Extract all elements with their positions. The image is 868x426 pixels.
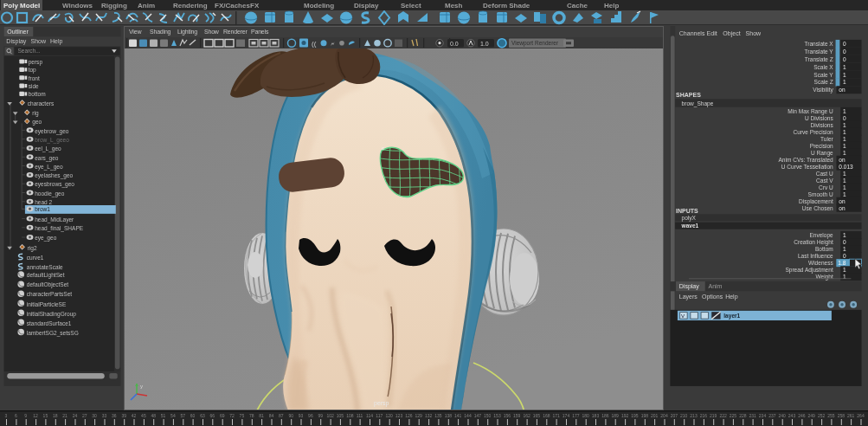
- svg-text:Translate Z: Translate Z: [805, 56, 833, 62]
- svg-text:33: 33: [102, 413, 107, 418]
- svg-text:Displacement: Displacement: [799, 198, 833, 205]
- svg-text:Scale Z: Scale Z: [814, 79, 833, 85]
- svg-text:147: 147: [474, 413, 482, 418]
- svg-text:69: 69: [220, 413, 225, 418]
- svg-text:15: 15: [43, 413, 48, 418]
- svg-text:165: 165: [533, 413, 541, 418]
- svg-text:186: 186: [601, 413, 609, 418]
- svg-text:63: 63: [200, 413, 205, 418]
- svg-text:87: 87: [279, 413, 284, 418]
- svg-text:102: 102: [326, 413, 334, 418]
- svg-text:198: 198: [641, 413, 649, 418]
- svg-text:Object: Object: [723, 30, 740, 37]
- svg-text:c: c: [382, 145, 384, 151]
- svg-text:Outliner: Outliner: [7, 29, 29, 35]
- svg-text:237: 237: [768, 413, 776, 418]
- svg-text:234: 234: [759, 413, 767, 418]
- svg-text:Divisions: Divisions: [811, 122, 834, 128]
- svg-text:195: 195: [631, 413, 639, 418]
- svg-text:0: 0: [843, 253, 846, 259]
- svg-text:Translate X: Translate X: [805, 41, 834, 47]
- svg-text:30: 30: [92, 413, 97, 418]
- svg-text:Translate Y: Translate Y: [805, 48, 834, 55]
- svg-text:Bottom: Bottom: [815, 246, 833, 252]
- svg-text:1: 1: [843, 191, 846, 197]
- svg-text:153: 153: [493, 413, 501, 418]
- svg-text:defaultObjectSet: defaultObjectSet: [27, 281, 69, 288]
- svg-text:0: 0: [843, 115, 846, 121]
- svg-text:27: 27: [82, 413, 87, 418]
- svg-text:228: 228: [739, 413, 747, 418]
- svg-text:Use Chosen: Use Chosen: [802, 205, 833, 211]
- svg-text:57: 57: [181, 413, 186, 418]
- svg-text:rig: rig: [32, 110, 39, 117]
- svg-text:geo: geo: [32, 119, 42, 126]
- svg-text:lambertSG2_setsSG: lambertSG2_setsSG: [27, 330, 79, 337]
- svg-text:249: 249: [808, 413, 816, 418]
- svg-text:side: side: [29, 83, 39, 89]
- svg-text:U Divisions: U Divisions: [805, 115, 833, 121]
- svg-text:24: 24: [73, 413, 78, 418]
- svg-text:1: 1: [843, 64, 846, 70]
- svg-text:0.013: 0.013: [839, 164, 853, 170]
- svg-text:129: 129: [415, 413, 423, 418]
- svg-text:Edit: Edit: [707, 30, 717, 36]
- svg-text:Layers: Layers: [679, 294, 698, 300]
- svg-text:1: 1: [843, 72, 846, 78]
- svg-text:1: 1: [843, 171, 846, 177]
- svg-text:Smooth U: Smooth U: [808, 191, 833, 197]
- svg-text:Anim CVs: Translated: Anim CVs: Translated: [778, 157, 833, 163]
- svg-text:66: 66: [210, 413, 215, 418]
- svg-text:characterPartsSet: characterPartsSet: [27, 291, 73, 297]
- svg-text:Cast U: Cast U: [816, 171, 833, 177]
- svg-text:159: 159: [513, 413, 521, 418]
- svg-text:261: 261: [847, 413, 855, 418]
- svg-text:1: 1: [843, 232, 846, 238]
- svg-text:Display: Display: [679, 283, 699, 290]
- svg-text:Last Influence: Last Influence: [798, 253, 833, 259]
- svg-text:144: 144: [464, 413, 472, 418]
- svg-text:0: 0: [843, 56, 846, 62]
- svg-text:((: ((: [312, 40, 317, 48]
- svg-text:initialShadingGroup: initialShadingGroup: [27, 311, 77, 318]
- svg-text:135: 135: [434, 413, 442, 418]
- svg-text:93: 93: [299, 413, 304, 418]
- svg-text:eye_L_geo: eye_L_geo: [35, 164, 63, 171]
- svg-text:1: 1: [843, 79, 846, 85]
- svg-text:U Range: U Range: [811, 150, 833, 157]
- svg-text:21: 21: [62, 413, 68, 418]
- svg-text:213: 213: [690, 413, 698, 418]
- svg-text:183: 183: [592, 413, 600, 418]
- svg-text:hoodie_geo: hoodie_geo: [35, 190, 65, 197]
- svg-text:INPUTS: INPUTS: [676, 208, 698, 214]
- svg-text:initialParticleSE: initialParticleSE: [27, 301, 67, 307]
- svg-text:Search...: Search...: [17, 48, 40, 54]
- svg-text:231: 231: [749, 413, 756, 418]
- svg-text:60: 60: [190, 413, 196, 418]
- svg-text:150: 150: [484, 413, 492, 418]
- svg-text:99: 99: [318, 413, 323, 418]
- svg-text:bottom: bottom: [29, 91, 47, 97]
- svg-text:eye_geo: eye_geo: [35, 235, 56, 242]
- svg-text:brow_Shape: brow_Shape: [682, 100, 714, 107]
- svg-text:SHAPES: SHAPES: [676, 92, 701, 98]
- svg-text:Wideness: Wideness: [808, 260, 833, 266]
- svg-text:114: 114: [366, 413, 373, 418]
- svg-text:264: 264: [857, 413, 865, 418]
- svg-text:U Curve Tessellation: U Curve Tessellation: [781, 164, 833, 170]
- svg-text:top: top: [29, 67, 36, 74]
- svg-text:1: 1: [843, 274, 846, 280]
- svg-text:1: 1: [843, 129, 846, 135]
- svg-text:45: 45: [141, 413, 146, 418]
- svg-text:ears_geo: ears_geo: [35, 155, 59, 162]
- svg-text:characters: characters: [28, 100, 55, 106]
- svg-text:head_final_SHAPE: head_final_SHAPE: [35, 225, 84, 232]
- svg-text:Anim: Anim: [708, 283, 722, 289]
- svg-text:108: 108: [346, 413, 354, 418]
- svg-text:36: 36: [112, 413, 117, 418]
- svg-text:84: 84: [269, 413, 274, 418]
- svg-text:168: 168: [543, 413, 550, 418]
- svg-text:78: 78: [249, 413, 254, 418]
- svg-text:Options: Options: [702, 294, 723, 300]
- svg-text:Scale Y: Scale Y: [813, 72, 833, 78]
